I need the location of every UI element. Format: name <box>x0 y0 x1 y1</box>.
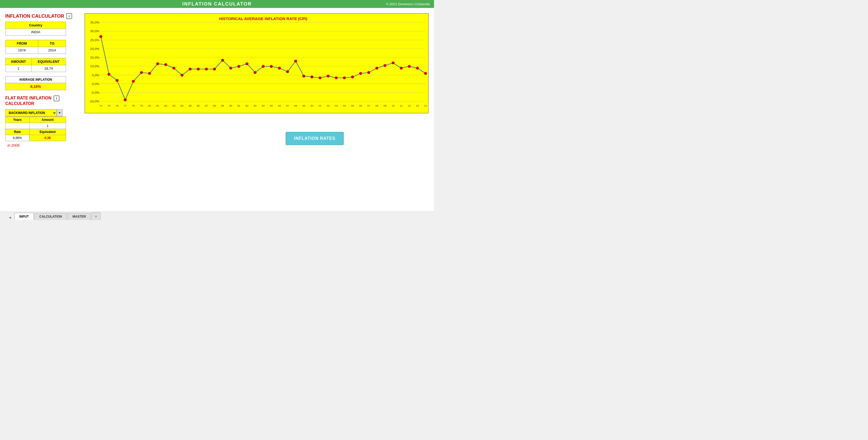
svg-point-49 <box>335 76 338 79</box>
amount-equiv-table: AMOUNT EQUIVALENT 1 18,74 <box>5 58 66 72</box>
svg-point-22 <box>116 79 119 82</box>
tab-master[interactable]: MASTER <box>68 213 91 220</box>
tab-nav-left-icon[interactable]: ◀ <box>8 215 12 220</box>
svg-text:30,0%: 30,0% <box>90 30 99 33</box>
inflation-calculator-title: INFLATION CALCULATOR i <box>5 13 79 19</box>
svg-text:92: 92 <box>246 104 248 107</box>
avg-inflation-table: AVERAGE INFLATION 8,18% <box>5 76 66 90</box>
svg-text:96: 96 <box>278 104 281 107</box>
avg-inflation-header: AVERAGE INFLATION <box>5 76 66 83</box>
svg-text:81: 81 <box>156 104 159 107</box>
svg-text:35,0%: 35,0% <box>90 21 99 25</box>
svg-text:90: 90 <box>229 104 232 107</box>
svg-text:93: 93 <box>254 104 257 107</box>
svg-text:87: 87 <box>205 104 208 107</box>
flat-equivalent-value: 0,38 <box>29 135 66 141</box>
flat-amount-value[interactable]: 1 <box>29 123 66 129</box>
svg-point-48 <box>327 75 330 77</box>
info-button-2[interactable]: i <box>54 96 59 101</box>
info-button-1[interactable]: i <box>66 13 72 19</box>
svg-point-46 <box>310 75 313 78</box>
dropdown-row: FUTURE INFLATION BACKWARD INFLATION ▼ <box>5 109 79 116</box>
flat-rate-label-line2: CALCULATOR <box>5 101 52 107</box>
country-value[interactable]: INDIA <box>5 29 66 36</box>
svg-point-59 <box>416 67 419 70</box>
tab-add-button[interactable]: + <box>91 212 100 220</box>
svg-text:10: 10 <box>392 104 395 107</box>
equivalent-header: EQUIVALENT <box>31 58 66 65</box>
svg-text:86: 86 <box>197 104 200 107</box>
chart-area: 35,0% 30,0% 25,0% 20,0% 15,0% 10,0% 5,0%… <box>101 23 426 102</box>
main-area: INFLATION CALCULATOR i Country INDIA FRO… <box>0 8 434 212</box>
right-panel: HISTORICAL AVERAGE INFLATION RATE (CPI) <box>85 13 429 212</box>
tab-input[interactable]: INPUT <box>14 213 34 220</box>
rate-value: 6,66% <box>5 135 30 141</box>
svg-point-58 <box>408 65 411 68</box>
svg-point-51 <box>351 75 354 78</box>
svg-point-40 <box>261 65 265 68</box>
inflation-rates-button[interactable]: INFLATION RATES <box>286 132 344 145</box>
svg-text:89: 89 <box>221 104 224 107</box>
left-panel: INFLATION CALCULATOR i Country INDIA FRO… <box>5 13 79 212</box>
svg-text:99: 99 <box>302 104 305 107</box>
svg-text:78: 78 <box>132 104 135 107</box>
app-title: INFLATION CALCULATOR <box>182 1 252 7</box>
to-value[interactable]: 2014 <box>38 47 66 54</box>
svg-point-23 <box>124 98 127 101</box>
in-year-text: in 2006 <box>7 143 79 147</box>
svg-text:03: 03 <box>335 104 338 107</box>
tab-calculation[interactable]: CALCULATION <box>34 213 67 220</box>
svg-point-41 <box>270 65 273 68</box>
svg-text:83: 83 <box>173 104 176 107</box>
flat-amount-header: Amount <box>29 116 66 123</box>
from-to-table: FROM TO 1974 2014 <box>5 40 66 54</box>
amount-header: AMOUNT <box>5 58 31 65</box>
svg-text:79: 79 <box>140 104 143 107</box>
amount-value[interactable]: 1 <box>5 65 31 72</box>
svg-text:04: 04 <box>343 104 346 107</box>
svg-point-35 <box>221 59 224 62</box>
years-value[interactable] <box>5 123 30 129</box>
svg-text:00: 00 <box>310 104 314 107</box>
svg-point-36 <box>229 67 232 70</box>
svg-point-32 <box>197 68 199 70</box>
line-chart-svg: 35,0% 30,0% 25,0% 20,0% 15,0% 10,0% 5,0%… <box>101 23 426 102</box>
svg-text:76: 76 <box>116 104 119 107</box>
dropdown-arrow-icon[interactable]: ▼ <box>57 109 63 116</box>
svg-point-31 <box>189 68 192 70</box>
svg-point-53 <box>367 71 370 74</box>
chart-container: HISTORICAL AVERAGE INFLATION RATE (CPI) <box>85 13 429 113</box>
svg-text:09: 09 <box>383 104 387 107</box>
svg-text:02: 02 <box>327 104 330 107</box>
svg-text:91: 91 <box>237 104 240 107</box>
tab-bar: ◀ INPUT CALCULATION MASTER + <box>0 211 434 220</box>
svg-point-33 <box>205 68 208 70</box>
svg-text:95: 95 <box>270 104 273 107</box>
svg-text:77: 77 <box>124 104 127 107</box>
svg-point-39 <box>254 71 257 74</box>
svg-text:11: 11 <box>400 104 403 107</box>
svg-text:12: 12 <box>408 104 411 107</box>
svg-point-21 <box>107 73 110 76</box>
svg-text:-10,0%: -10,0% <box>89 99 99 103</box>
svg-text:82: 82 <box>164 104 167 107</box>
svg-text:0,0%: 0,0% <box>92 82 99 86</box>
flat-rate-title: FLAT RATE INFLATION CALCULATOR i <box>5 96 79 107</box>
flat-rate-label-line1: FLAT RATE INFLATION <box>5 96 52 101</box>
svg-text:98: 98 <box>294 104 297 107</box>
chart-title: HISTORICAL AVERAGE INFLATION RATE (CPI) <box>101 16 426 21</box>
from-value[interactable]: 1974 <box>5 47 38 54</box>
svg-text:85: 85 <box>189 104 192 107</box>
svg-point-37 <box>237 65 240 68</box>
svg-point-45 <box>302 75 305 77</box>
svg-text:06: 06 <box>359 104 362 107</box>
svg-text:5,0%: 5,0% <box>92 73 99 77</box>
svg-point-44 <box>294 60 297 63</box>
backward-inflation-dropdown[interactable]: FUTURE INFLATION BACKWARD INFLATION <box>5 109 57 116</box>
avg-inflation-value: 8,18% <box>5 83 66 90</box>
svg-text:08: 08 <box>375 104 378 107</box>
svg-point-57 <box>400 67 403 70</box>
top-header: INFLATION CALCULATOR © 2021 Domenico Cri… <box>0 0 434 8</box>
svg-point-47 <box>319 76 321 79</box>
svg-point-43 <box>286 70 289 73</box>
